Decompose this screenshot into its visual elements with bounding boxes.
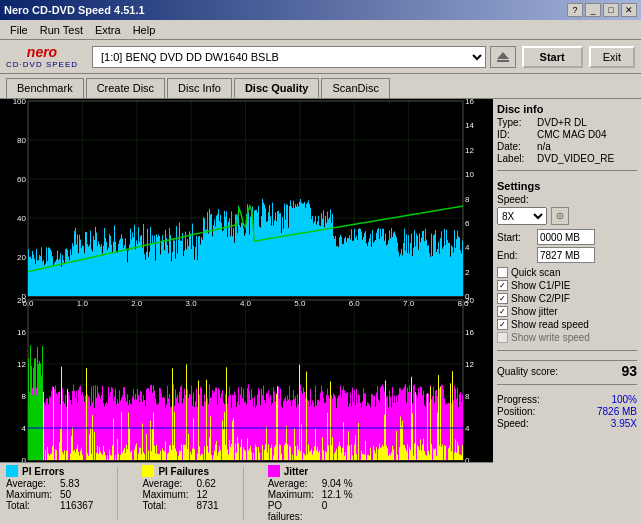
pi-errors-avg-label: Average: xyxy=(6,478,56,489)
speed-select[interactable]: 8X xyxy=(497,207,547,225)
pi-failures-avg-label: Average: xyxy=(142,478,192,489)
speed-icon-button[interactable] xyxy=(551,207,569,225)
drive-icon-button[interactable] xyxy=(490,46,516,68)
start-button[interactable]: Start xyxy=(522,46,583,68)
disc-info-title: Disc info xyxy=(497,103,637,115)
quality-score-label: Quality score: xyxy=(497,366,558,377)
toolbar: nero CD·DVD SPEED [1:0] BENQ DVD DD DW16… xyxy=(0,40,641,74)
disc-id-row: ID: CMC MAG D04 xyxy=(497,129,637,140)
progress-section: Progress: 100% Position: 7826 MB Speed: … xyxy=(497,394,637,430)
pi-errors-title: PI Errors xyxy=(22,466,64,477)
cdspeed-logo-text: CD·DVD SPEED xyxy=(6,60,78,69)
disc-label-label: Label: xyxy=(497,153,537,164)
speed-value-progress: 3.95X xyxy=(611,418,637,429)
close-button[interactable]: ✕ xyxy=(621,3,637,17)
tab-scan-disc[interactable]: ScanDisc xyxy=(321,78,389,98)
start-input[interactable] xyxy=(537,229,595,245)
pi-failures-avg-value: 0.62 xyxy=(196,478,215,489)
menu-help[interactable]: Help xyxy=(127,22,162,38)
show-read-speed-label: Show read speed xyxy=(511,319,589,330)
show-write-speed-label: Show write speed xyxy=(511,332,590,343)
tab-create-disc[interactable]: Create Disc xyxy=(86,78,165,98)
pi-errors-avg: Average: 5.83 xyxy=(6,478,93,489)
show-read-speed-checkbox[interactable] xyxy=(497,319,508,330)
menu-run-test[interactable]: Run Test xyxy=(34,22,89,38)
pi-errors-avg-value: 5.83 xyxy=(60,478,79,489)
tab-disc-info[interactable]: Disc Info xyxy=(167,78,232,98)
start-row: Start: xyxy=(497,229,637,245)
disc-info-section: Disc info Type: DVD+R DL ID: CMC MAG D04… xyxy=(497,103,637,165)
pi-failures-total-value: 8731 xyxy=(196,500,218,511)
disc-type-value: DVD+R DL xyxy=(537,117,587,128)
end-input[interactable] xyxy=(537,247,595,263)
jitter-po: PO failures: 0 xyxy=(268,500,353,522)
progress-value: 100% xyxy=(611,394,637,405)
legend-separator-1 xyxy=(117,467,118,520)
menu-bar: File Run Test Extra Help xyxy=(0,20,641,40)
help-button[interactable]: ? xyxy=(567,3,583,17)
jitter-avg: Average: 9.04 % xyxy=(268,478,353,489)
show-jitter-label: Show jitter xyxy=(511,306,558,317)
show-read-speed-row: Show read speed xyxy=(497,319,637,330)
quick-scan-row: Quick scan xyxy=(497,267,637,278)
end-label: End: xyxy=(497,250,537,261)
legend-jitter: Jitter Average: 9.04 % Maximum: 12.1 % P… xyxy=(268,465,353,522)
pi-errors-max-label: Maximum: xyxy=(6,489,56,500)
nero-logo: nero CD·DVD SPEED xyxy=(6,44,78,69)
progress-row: Progress: 100% xyxy=(497,394,637,405)
jitter-avg-label: Average: xyxy=(268,478,318,489)
show-write-speed-checkbox xyxy=(497,332,508,343)
show-c1pie-checkbox[interactable] xyxy=(497,280,508,291)
speed-row: 8X xyxy=(497,207,637,225)
settings-title: Settings xyxy=(497,180,637,192)
pi-errors-color xyxy=(6,465,18,477)
position-row: Position: 7826 MB xyxy=(497,406,637,417)
maximize-button[interactable]: □ xyxy=(603,3,619,17)
disc-id-label: ID: xyxy=(497,129,537,140)
title-bar-buttons[interactable]: ? _ □ ✕ xyxy=(567,3,637,17)
quick-scan-checkbox[interactable] xyxy=(497,267,508,278)
jitter-max: Maximum: 12.1 % xyxy=(268,489,353,500)
end-row: End: xyxy=(497,247,637,263)
quality-score-value: 93 xyxy=(621,363,637,379)
show-c2pif-row: Show C2/PIF xyxy=(497,293,637,304)
disc-type-label: Type: xyxy=(497,117,537,128)
pi-failures-avg: Average: 0.62 xyxy=(142,478,218,489)
title-bar-text: Nero CD-DVD Speed 4.51.1 xyxy=(4,4,145,16)
legend-pi-errors: PI Errors Average: 5.83 Maximum: 50 Tota… xyxy=(6,465,93,522)
jitter-max-label: Maximum: xyxy=(268,489,318,500)
svg-marker-1 xyxy=(497,52,509,59)
disc-date-label: Date: xyxy=(497,141,537,152)
drive-select-container: [1:0] BENQ DVD DD DW1640 BSLB xyxy=(92,46,516,68)
speed-row-progress: Speed: 3.95X xyxy=(497,418,637,429)
jitter-color xyxy=(268,465,280,477)
section-divider-1 xyxy=(497,170,637,171)
show-c1pie-row: Show C1/PIE xyxy=(497,280,637,291)
disc-date-value: n/a xyxy=(537,141,551,152)
exit-button[interactable]: Exit xyxy=(589,46,635,68)
speed-label: Speed: xyxy=(497,194,637,205)
disc-label-value: DVD_VIDEO_RE xyxy=(537,153,614,164)
speed-gear-icon xyxy=(554,210,566,222)
jitter-max-value: 12.1 % xyxy=(322,489,353,500)
minimize-button[interactable]: _ xyxy=(585,3,601,17)
tab-bar: Benchmark Create Disc Disc Info Disc Qua… xyxy=(0,74,641,98)
section-divider-3 xyxy=(497,384,637,385)
drive-select[interactable]: [1:0] BENQ DVD DD DW1640 BSLB xyxy=(92,46,486,68)
progress-label: Progress: xyxy=(497,394,540,405)
menu-file[interactable]: File xyxy=(4,22,34,38)
tab-disc-quality[interactable]: Disc Quality xyxy=(234,78,320,98)
disc-type-row: Type: DVD+R DL xyxy=(497,117,637,128)
legend: PI Errors Average: 5.83 Maximum: 50 Tota… xyxy=(0,462,493,524)
chart-canvas xyxy=(0,99,493,462)
show-c2pif-checkbox[interactable] xyxy=(497,293,508,304)
pi-errors-total: Total: 116367 xyxy=(6,500,93,511)
pi-failures-total: Total: 8731 xyxy=(142,500,218,511)
nero-logo-text: nero xyxy=(27,44,57,60)
eject-icon xyxy=(495,50,511,64)
show-jitter-checkbox[interactable] xyxy=(497,306,508,317)
tab-benchmark[interactable]: Benchmark xyxy=(6,78,84,98)
jitter-po-label: PO failures: xyxy=(268,500,318,522)
menu-extra[interactable]: Extra xyxy=(89,22,127,38)
right-panel: Disc info Type: DVD+R DL ID: CMC MAG D04… xyxy=(493,99,641,524)
